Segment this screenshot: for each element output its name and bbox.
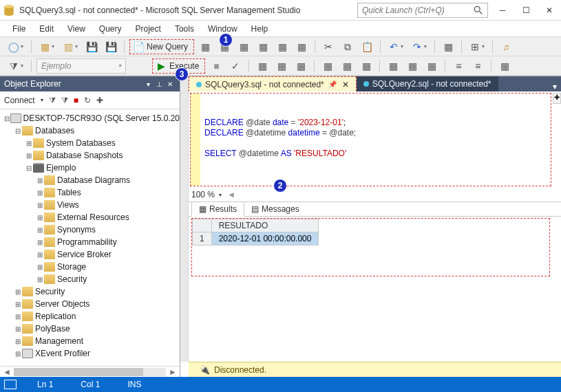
tree-node[interactable]: ⊞Server Objects — [0, 298, 180, 310]
panel-pin-icon[interactable]: ⊥ — [154, 80, 165, 88]
tree-sysdb-node[interactable]: ⊞System Databases — [0, 137, 180, 149]
redo-button[interactable]: ↷▾ — [409, 39, 430, 54]
parse-button[interactable]: ✓ — [227, 58, 244, 74]
panel-dropdown-icon[interactable]: ▾ — [142, 80, 154, 88]
panel-close-icon[interactable]: ✕ — [165, 80, 176, 88]
plan-button-9[interactable]: ▦ — [423, 58, 440, 74]
tree-node[interactable]: ⊞Security — [0, 273, 180, 285]
tree-node[interactable]: ⊞Views — [0, 199, 180, 211]
tree-node[interactable]: ⊞Service Broker — [0, 248, 180, 261]
toolbar-main: ◯▾ ▦▾ ▥▾ 💾 💾 📄 New Query 1 ▦ ▦ ▦ ▦ ▦ ▦ ✂… — [0, 37, 561, 56]
new-item-button[interactable]: ▦▾ — [36, 39, 57, 54]
tree-snap-node[interactable]: ⊞Database Snapshots — [0, 149, 180, 162]
svg-point-0 — [4, 5, 14, 8]
tree-node[interactable]: ⊞XEvent Profiler — [0, 347, 180, 360]
save-button[interactable]: 💾 — [83, 39, 100, 54]
plan-button-8[interactable]: ▦ — [404, 58, 421, 74]
menu-project[interactable]: Project — [129, 22, 168, 36]
menu-tools[interactable]: Tools — [168, 22, 201, 36]
plan-button-3[interactable]: ▦ — [293, 58, 309, 74]
pin-icon[interactable]: 📌 — [328, 80, 337, 88]
refresh-icon[interactable]: ↻ — [84, 96, 91, 105]
tree-node[interactable]: ⊞Replication — [0, 310, 180, 323]
tree-server-node[interactable]: ⊟DESKTOP-75CR93O (SQL Server 15.0.20 — [0, 112, 180, 124]
tree-node[interactable]: ⊞Security — [0, 285, 180, 298]
plan-button-5[interactable]: ▦ — [339, 58, 355, 74]
row-number[interactable]: 1 — [193, 232, 212, 246]
zoom-value[interactable]: 100 % — [191, 190, 215, 199]
plan-button-7[interactable]: ▦ — [385, 58, 401, 74]
toolbar-icon-3[interactable]: ▦ — [235, 39, 252, 54]
tree-horizontal-scrollbar[interactable]: ◄► — [0, 366, 180, 377]
connect-button[interactable]: Connect — [4, 96, 35, 105]
tree-node[interactable]: ⊞Synonyms — [0, 224, 180, 236]
quick-launch-box[interactable] — [357, 3, 488, 18]
object-explorer-title: Object Explorer — [4, 79, 61, 89]
plan-button-2[interactable]: ▦ — [273, 58, 290, 74]
quick-launch-input[interactable] — [362, 6, 474, 15]
filter-button[interactable]: ⧩▾ — [6, 58, 26, 74]
tree-node[interactable]: ⊞Management — [0, 335, 180, 347]
search-icon[interactable] — [474, 6, 483, 15]
tab-messages[interactable]: ▤Messages — [244, 202, 306, 216]
stop-button[interactable]: ■ — [208, 58, 224, 74]
nav-back-button[interactable]: ◯▾ — [6, 39, 26, 54]
paste-button[interactable]: 📋 — [359, 39, 375, 54]
pin-right-button[interactable]: ✚ — [553, 93, 561, 104]
tree-databases-node[interactable]: ⊟Databases — [0, 124, 180, 137]
filter-icon[interactable]: ⧩ — [49, 96, 56, 105]
minimize-button[interactable]: ─ — [491, 1, 514, 20]
close-button[interactable]: ✕ — [538, 1, 561, 20]
filter2-icon[interactable]: ⧩ — [61, 96, 68, 105]
menu-edit[interactable]: Edit — [32, 22, 61, 36]
cut-button[interactable]: ✂ — [320, 39, 337, 54]
tabs-overflow-button[interactable]: ▾ — [549, 82, 561, 91]
copy-button[interactable]: ⧉ — [339, 39, 356, 54]
toolbar-icon-4[interactable]: ▦ — [255, 39, 271, 54]
status-box-icon[interactable] — [4, 380, 17, 389]
menu-view[interactable]: View — [61, 22, 92, 36]
toolbar2-icon-a[interactable]: ▦ — [496, 58, 513, 74]
toolbar-icon-6[interactable]: ▦ — [293, 39, 310, 54]
sql-editor[interactable]: DECLARE @date date = '2023-12-01'; DECLA… — [190, 93, 551, 186]
tree-node[interactable]: ⊞PolyBase — [0, 323, 180, 335]
database-combo[interactable]: Ejemplo ▾ — [36, 58, 126, 74]
indent-right-button[interactable]: ≡ — [469, 58, 486, 74]
object-explorer-header: Object Explorer ▾ ⊥ ✕ — [0, 76, 180, 91]
tree-node[interactable]: ⊞Tables — [0, 186, 180, 199]
tab-sqlquery3[interactable]: SQLQuery3.sql - not connected* 📌 ✕ — [189, 76, 357, 91]
save-all-button[interactable]: 💾 — [103, 39, 119, 54]
undo-button[interactable]: ↶▾ — [385, 39, 406, 54]
tab-sqlquery2[interactable]: SQLQuery2.sql - not connected* — [357, 76, 498, 91]
column-header[interactable]: RESULTADO — [211, 219, 319, 232]
chevron-down-icon[interactable]: ▾ — [219, 192, 222, 198]
tree-node[interactable]: ⊞Database Diagrams — [0, 174, 180, 186]
menu-query[interactable]: Query — [92, 22, 129, 36]
status-col: Col 1 — [67, 380, 114, 389]
toolbar-icon-1[interactable]: ▦ — [197, 39, 213, 54]
tree-node[interactable]: ⊞Programmability — [0, 236, 180, 248]
toolbar-icon-8[interactable]: ⊞▾ — [467, 39, 487, 54]
tree-node[interactable]: ⊞External Resources — [0, 211, 180, 224]
menu-help[interactable]: Help — [244, 22, 275, 36]
results-grid[interactable]: RESULTADO 12020-12-01 00:00:00.000 — [191, 218, 550, 276]
tree-node[interactable]: ⊞Storage — [0, 261, 180, 273]
plus-icon[interactable]: ✚ — [96, 96, 103, 105]
plan-button-6[interactable]: ▦ — [358, 58, 374, 74]
toolbar-icon-5[interactable]: ▦ — [274, 39, 290, 54]
plan-button-4[interactable]: ▦ — [319, 58, 336, 74]
tab-close-icon[interactable]: ✕ — [342, 80, 349, 89]
tree-ejemplo-node[interactable]: ⊟Ejemplo — [0, 162, 180, 174]
new-query-button[interactable]: 📄 New Query — [129, 39, 194, 54]
maximize-button[interactable]: ☐ — [514, 1, 538, 20]
stop-connect-icon[interactable]: ■ — [74, 96, 78, 105]
open-item-button[interactable]: ▥▾ — [60, 39, 81, 54]
menu-file[interactable]: File — [6, 22, 32, 36]
indent-left-button[interactable]: ≡ — [450, 58, 467, 74]
plan-button-1[interactable]: ▦ — [254, 58, 271, 74]
toolbar-icon-7[interactable]: ▦ — [440, 39, 456, 54]
toolbar-icon-9[interactable]: ♬ — [498, 39, 514, 54]
cell-value[interactable]: 2020-12-01 00:00:00.000 — [211, 232, 319, 246]
object-explorer-tree[interactable]: ⊟DESKTOP-75CR93O (SQL Server 15.0.20 ⊟Da… — [0, 109, 180, 366]
tab-results[interactable]: ▦Results — [191, 202, 244, 217]
